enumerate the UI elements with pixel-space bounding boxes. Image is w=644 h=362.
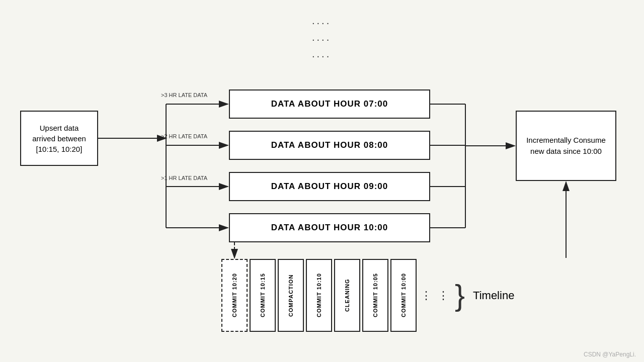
data-box-07-label: DATA ABOUT HOUR 07:00	[271, 99, 388, 109]
incremental-label: Incrementally Consumenew data since 10:0…	[526, 135, 606, 157]
timeline-commit-1015: COMMIT 10:15	[250, 259, 276, 332]
upsert-box: Upsert dataarrived between[10:15, 10:20]	[20, 111, 98, 166]
dots-1: ....	[312, 15, 331, 27]
upsert-label: Upsert dataarrived between[10:15, 10:20]	[32, 123, 86, 154]
timeline-commit-1000: COMMIT 10:00	[390, 259, 417, 332]
timeline-commit-1010: COMMIT 10:10	[306, 259, 332, 332]
late2-label: >2 HR LATE DATA	[161, 133, 207, 139]
data-box-09-label: DATA ABOUT HOUR 09:00	[271, 182, 388, 192]
incremental-box: Incrementally Consumenew data since 10:0…	[516, 111, 616, 181]
timeline-cleaning: CLEANING	[334, 259, 360, 332]
timeline-commit-1005: COMMIT 10:05	[362, 259, 388, 332]
data-box-07: DATA ABOUT HOUR 07:00	[229, 89, 430, 119]
timeline-commit-1020: COMMIT 10:20	[221, 259, 248, 332]
late3-label: >3 HR LATE DATA	[161, 92, 207, 98]
data-box-10: DATA ABOUT HOUR 10:00	[229, 213, 430, 242]
timeline-ellipsis-2: ⋮	[438, 289, 449, 302]
timeline-area: COMMIT 10:20 COMMIT 10:15 COMPACTION COM…	[221, 259, 514, 332]
timeline-brace: }	[455, 281, 465, 311]
dots-3: ....	[312, 48, 331, 60]
data-box-09: DATA ABOUT HOUR 09:00	[229, 172, 430, 201]
dots-area: .... .... ....	[312, 15, 331, 60]
data-box-10-label: DATA ABOUT HOUR 10:00	[271, 223, 388, 233]
data-box-08: DATA ABOUT HOUR 08:00	[229, 131, 430, 160]
data-box-08-label: DATA ABOUT HOUR 08:00	[271, 140, 388, 150]
late1-label: >1 HR LATE DATA	[161, 175, 207, 181]
main-canvas: .... .... .... Upsert dataarrived betwee…	[0, 0, 644, 362]
timeline-ellipsis-1: ⋮	[421, 289, 432, 302]
watermark: CSDN @YaPengLi.	[584, 351, 636, 358]
dots-2: ....	[312, 32, 331, 43]
timeline-compaction: COMPACTION	[278, 259, 304, 332]
timeline-label: Timeline	[473, 289, 514, 302]
